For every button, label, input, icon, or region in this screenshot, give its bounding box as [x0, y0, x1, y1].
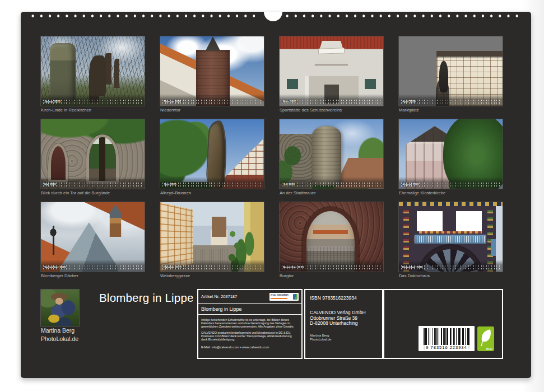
mini-calendar-overlay: Februar 2020: [160, 94, 264, 106]
month-photo: Juli 2020: [280, 119, 383, 189]
month-photo: Dezember 2020: [399, 202, 503, 272]
ean-barcode: 9 783516 223934: [419, 326, 475, 351]
thumbnail-caption: Alheyd-Brunnen: [160, 190, 264, 195]
month-photo: August 2020: [399, 119, 503, 189]
publisher-city: D-82008 Unterhaching: [310, 321, 378, 326]
month-photo: Januar 2020: [41, 36, 145, 106]
mini-calendar-overlay: September 2020: [41, 260, 145, 272]
month-label: August 2020: [401, 183, 420, 186]
legal-text-block: Infolge bestehender Schutzrechte ist es …: [198, 315, 301, 353]
month-photo: November 2020: [280, 202, 383, 272]
month-label: April 2020: [401, 100, 417, 103]
month-photo: Juni 2020: [160, 119, 264, 189]
calvendo-logo-tagline-bar: [271, 298, 287, 299]
publisher-address: CALVENDO Verlag GmbH Ottobrunner Straße …: [310, 310, 378, 326]
article-number: Artikel-Nr. 2037187: [201, 294, 237, 299]
month-thumbnail: Dezember 2020 Das Doktorhaus: [399, 202, 503, 278]
mini-calendar-overlay: November 2020: [280, 260, 383, 272]
thumbnail-caption: Burgtor: [280, 273, 383, 278]
month-label: September 2020: [43, 265, 67, 269]
mini-calendar-overlay: März 2020: [280, 94, 383, 106]
mini-calendar-overlay: Dezember 2020: [399, 260, 503, 272]
thumbnail-caption: Blick durch ein Tor auf die Burglinde: [41, 190, 145, 195]
month-label: Mai 2020: [43, 183, 57, 186]
month-photo: Februar 2020: [160, 36, 264, 106]
product-title: Blomberg in Lippe: [198, 304, 301, 315]
eco-label: eco: [486, 347, 492, 351]
author-website: PhotoLokal.de: [41, 335, 78, 342]
month-label: Februar 2020: [162, 100, 182, 103]
month-photo: September 2020: [41, 202, 145, 272]
calendar-back-cover: Januar 2020 Kirch-Linde in Reelkirchen F…: [21, 12, 531, 378]
month-label: November 2020: [282, 265, 305, 269]
month-label: Dezember 2020: [401, 265, 424, 269]
month-thumbnail: September 2020 Blomberger Dächer: [41, 202, 145, 278]
thumbnail-caption: Das Doktorhaus: [399, 273, 503, 278]
calvendo-logo: CALVENDO: [269, 293, 299, 301]
publisher-contact: Martina Berg PhotoLokal.de: [310, 334, 378, 342]
page-background: Januar 2020 Kirch-Linde in Reelkirchen F…: [0, 0, 544, 392]
month-photo: Mai 2020: [41, 119, 145, 189]
thumbnail-caption: Sportstätte des Schützenvereins: [280, 108, 383, 113]
author-name: Martina Berg: [41, 327, 75, 334]
thumbnail-caption: Weinberggasse: [160, 273, 264, 278]
month-label: Oktober 2020: [162, 265, 183, 269]
mini-calendar-overlay: Mai 2020: [41, 177, 145, 189]
month-thumbnail: August 2020 Ehemalige Klosterkirche: [399, 119, 503, 195]
mini-calendar-overlay: Oktober 2020: [160, 260, 264, 272]
mini-calendar-overlay: April 2020: [399, 94, 503, 106]
author-photo: [41, 290, 79, 326]
calendar-title: Blomberg in Lippe: [99, 291, 194, 305]
month-label: Juni 2020: [162, 183, 178, 186]
month-label: Juli 2020: [282, 183, 296, 186]
thumbnail-caption: Marktplatz: [399, 108, 503, 113]
thumbnail-caption: Blomberger Dächer: [41, 273, 145, 278]
thumbnail-caption: Niederntor: [160, 108, 264, 113]
month-label: Januar 2020: [43, 100, 62, 103]
month-photo: März 2020: [280, 36, 383, 106]
product-info-header: Artikel-Nr. 2037187 CALVENDO: [198, 290, 301, 304]
calvendo-book-icon: [293, 294, 297, 300]
publisher-box: ISBN 9783516223934 CALVENDO Verlag GmbH …: [304, 289, 383, 359]
thumbnail-caption: Ehemalige Klosterkirche: [399, 190, 503, 195]
month-thumbnail: Juni 2020 Alheyd-Brunnen: [160, 119, 264, 195]
month-thumbnail: April 2020 Marktplatz: [399, 36, 503, 113]
calvendo-logo-text: CALVENDO: [271, 294, 289, 297]
thumbnail-caption: Kirch-Linde in Reelkirchen: [41, 108, 145, 113]
month-label: März 2020: [282, 100, 297, 103]
month-thumbnail: November 2020 Burgtor: [280, 202, 383, 278]
month-thumbnail: Juli 2020 An der Stadtmauer: [280, 119, 383, 195]
month-thumbnail: Mai 2020 Blick durch ein Tor auf die Bur…: [41, 119, 145, 195]
spiral-binding-holes: [283, 13, 523, 18]
month-thumbnail: März 2020 Sportstätte des Schützenverein…: [280, 36, 383, 113]
product-info-box: Artikel-Nr. 2037187 CALVENDO Blomberg in…: [197, 289, 303, 359]
mini-calendar-overlay: Juli 2020: [280, 177, 383, 189]
leaf-icon: [479, 328, 492, 347]
spiral-binding-holes: [29, 13, 255, 18]
barcode-digits: 9 783516 223934: [419, 345, 475, 350]
hanging-hole: [264, 12, 282, 21]
barcode-box: 9 783516 223934 eco: [383, 289, 503, 359]
month-thumbnail: Februar 2020 Niederntor: [160, 36, 264, 113]
barcode-bars: [424, 328, 469, 345]
contact-email-line: E-Mail: info@calvendo.com • www.calvendo…: [201, 346, 299, 349]
isbn-number: ISBN 9783516223934: [310, 295, 378, 301]
gallery-grid: Januar 2020 Kirch-Linde in Reelkirchen F…: [41, 36, 503, 278]
mini-calendar-overlay: Juni 2020: [160, 177, 264, 189]
contact-site: PhotoLokal.de: [310, 338, 378, 342]
month-photo: Oktober 2020: [160, 202, 264, 272]
legal-copyright-note: Infolge bestehender Schutzrechte ist es …: [201, 318, 299, 328]
month-photo: April 2020: [399, 36, 503, 106]
mini-calendar-overlay: August 2020: [399, 177, 503, 189]
month-thumbnail: Oktober 2020 Weinberggasse: [160, 202, 264, 278]
legal-eco-note: CALVENDO produziert bedarfsgerecht und k…: [201, 331, 299, 341]
month-thumbnail: Januar 2020 Kirch-Linde in Reelkirchen: [41, 36, 145, 113]
contact-name: Martina Berg: [310, 334, 378, 338]
mini-calendar-overlay: Januar 2020: [41, 94, 145, 106]
thumbnail-caption: An der Stadtmauer: [280, 190, 383, 195]
calvendo-logo-text-wrap: CALVENDO: [271, 294, 289, 299]
eco-badge: eco: [477, 326, 494, 351]
